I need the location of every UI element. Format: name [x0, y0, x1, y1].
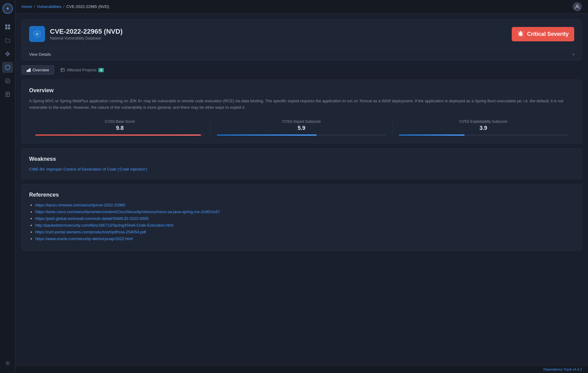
svg-line-19	[518, 36, 519, 36]
cvss-base-bar-fill	[35, 134, 201, 136]
svg-line-15	[518, 32, 519, 32]
severity-badge: Critical Severity	[512, 27, 574, 41]
list-item: https://cert-portal.siemens.com/productc…	[35, 229, 574, 234]
user-avatar[interactable]	[573, 2, 582, 11]
breadcrumb-vulnerabilities[interactable]: Vulnerabilities	[37, 4, 61, 9]
reference-link-5[interactable]: https://cert-portal.siemens.com/productc…	[35, 230, 146, 234]
svg-rect-5	[8, 27, 10, 29]
svg-point-11	[7, 363, 8, 364]
cvss-exploit-bar-fill	[399, 134, 465, 136]
topbar: Home / Vulnerabilities / CVE-2022-22965 …	[15, 0, 588, 13]
reference-link-2[interactable]: https://tools.cisco.com/security/center/…	[35, 209, 220, 214]
vuln-source-label: National Vulnerability Database	[50, 36, 123, 40]
sidebar-item-audit[interactable]	[2, 75, 13, 86]
vuln-source-icon: U	[29, 26, 45, 42]
references-section-title: References	[29, 192, 574, 198]
vuln-title: CVE-2022-22965 (NVD) National Vulnerabil…	[50, 28, 123, 40]
cvss-base-bar-track	[35, 134, 204, 136]
sidebar: ✦	[0, 0, 15, 373]
list-item: http://packetstormsecurity.com/files/166…	[35, 223, 574, 228]
app-footer: Dependency-Track v4.4.2	[15, 365, 588, 373]
svg-rect-3	[8, 24, 10, 27]
references-section: References https://tanzu.vmware.com/secu…	[21, 184, 582, 251]
sidebar-item-settings[interactable]	[2, 358, 13, 369]
svg-text:U: U	[36, 32, 38, 36]
content-area: U CVE-2022-22965 (NVD) National Vulnerab…	[15, 13, 588, 365]
view-details-chevron: ›	[573, 51, 574, 57]
vuln-title-area: U CVE-2022-22965 (NVD) National Vulnerab…	[29, 26, 123, 42]
cvss-impact-value: 5.9	[217, 125, 386, 131]
reference-link-3[interactable]: https://psirt.global.sonicwall.com/vuln-…	[35, 216, 149, 221]
tab-overview[interactable]: Overview	[21, 65, 54, 75]
svg-rect-4	[5, 27, 7, 29]
tab-affected-label: Affected Projects	[66, 68, 96, 72]
cvss-base-value: 9.8	[35, 125, 204, 131]
svg-text:✦: ✦	[6, 6, 9, 11]
breadcrumb: Home / Vulnerabilities / CVE-2022-22965 …	[21, 4, 109, 9]
vuln-cve-title: CVE-2022-22965 (NVD)	[50, 28, 123, 36]
vuln-header-card: U CVE-2022-22965 (NVD) National Vulnerab…	[21, 20, 582, 48]
svg-point-14	[519, 32, 522, 36]
svg-line-16	[522, 32, 523, 32]
cvss-exploit-value: 3.9	[399, 125, 568, 131]
references-list: https://tanzu.vmware.com/security/cve-20…	[29, 202, 574, 241]
sidebar-item-dashboard[interactable]	[2, 21, 13, 32]
cvss-impact-bar-track	[217, 134, 386, 136]
svg-rect-21	[27, 70, 28, 72]
cvss-exploit-label: CVSS Exploitability Subscore	[399, 119, 568, 124]
view-details-bar[interactable]: View Details ›	[21, 48, 582, 60]
cvss-base-label: CVSS Base Score	[35, 119, 204, 124]
severity-label: Critical Severity	[527, 31, 569, 37]
breadcrumb-sep2: /	[63, 4, 65, 9]
overview-description: A Spring MVC or Spring WebFlux applicati…	[29, 98, 574, 111]
breadcrumb-sep1: /	[34, 4, 35, 9]
cvss-impact-label: CVSS Impact Subscore	[217, 119, 386, 124]
breadcrumb-home[interactable]: Home	[21, 4, 32, 9]
overview-section: Overview A Spring MVC or Spring WebFlux …	[21, 80, 582, 143]
cvss-exploit-bar-track	[399, 134, 568, 136]
list-item: https://tanzu.vmware.com/security/cve-20…	[35, 202, 574, 207]
tab-overview-label: Overview	[32, 68, 49, 72]
cvss-impact-score: CVSS Impact Subscore 5.9	[211, 119, 392, 136]
svg-rect-24	[61, 68, 64, 72]
reference-link-4[interactable]: http://packetstormsecurity.com/files/166…	[35, 223, 173, 228]
sidebar-item-reports[interactable]	[2, 89, 13, 100]
affected-count-badge: 0	[98, 68, 104, 72]
weakness-cwe-link[interactable]: CWE-94: Improper Control of Generation o…	[29, 167, 147, 171]
tabs-container: Overview Affected Projects 0	[21, 65, 582, 75]
list-item: https://psirt.global.sonicwall.com/vuln-…	[35, 216, 574, 221]
reference-link-6[interactable]: https://www.oracle.com/security-alerts/c…	[35, 236, 133, 241]
tab-affected-projects[interactable]: Affected Projects 0	[55, 65, 109, 75]
svg-line-20	[522, 36, 523, 36]
cvss-exploit-score: CVSS Exploitability Subscore 3.9	[393, 119, 574, 136]
sidebar-item-projects[interactable]	[2, 35, 13, 46]
weakness-section-title: Weakness	[29, 156, 574, 162]
app-logo[interactable]: ✦	[2, 3, 13, 14]
svg-rect-22	[28, 69, 29, 72]
sidebar-item-components[interactable]	[2, 48, 13, 59]
footer-text: Dependency-Track v4.4.2	[543, 367, 582, 371]
overview-section-title: Overview	[29, 87, 574, 94]
cvss-grid: CVSS Base Score 9.8 CVSS Impact Subscore…	[29, 119, 574, 136]
cvss-impact-bar-fill	[217, 134, 317, 136]
critical-bug-icon	[517, 30, 524, 38]
reference-link-1[interactable]: https://tanzu.vmware.com/security/cve-20…	[35, 203, 125, 207]
cvss-base-score: CVSS Base Score 9.8	[29, 119, 211, 136]
weakness-section: Weakness CWE-94: Improper Control of Gen…	[21, 148, 582, 179]
view-details-label: View Details	[29, 52, 51, 57]
affected-projects-tab-icon	[61, 68, 65, 72]
sidebar-item-vulnerabilities[interactable]	[2, 62, 13, 73]
svg-rect-2	[5, 24, 7, 27]
overview-tab-icon	[27, 68, 31, 72]
main-area: Home / Vulnerabilities / CVE-2022-22965 …	[15, 0, 588, 373]
svg-rect-23	[29, 68, 31, 72]
list-item: https://tools.cisco.com/security/center/…	[35, 209, 574, 214]
list-item: https://www.oracle.com/security-alerts/c…	[35, 236, 574, 241]
breadcrumb-current: CVE-2022-22965 (NVD)	[66, 4, 109, 9]
svg-point-12	[576, 5, 578, 7]
